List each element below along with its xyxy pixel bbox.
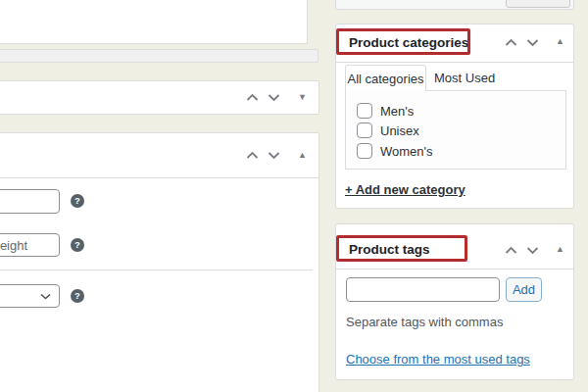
category-term-label[interactable]: Men's (380, 104, 414, 119)
toggle-panel-icon[interactable]: ▼ (298, 93, 307, 102)
order-up-icon[interactable] (246, 93, 259, 102)
editor-status-strip (0, 49, 318, 63)
tags-header-divider (336, 269, 573, 270)
category-term-row: Unisex (357, 122, 419, 139)
tab-all-categories-label: All categories (347, 72, 423, 86)
left-field-3-select[interactable] (0, 284, 60, 308)
left-expanded-panel: ▲ (0, 132, 319, 392)
left-field-2-input[interactable]: leight (0, 233, 60, 257)
section-divider (0, 270, 313, 270)
categories-header-divider (336, 62, 573, 63)
left-expanded-panel-header: ▲ (0, 133, 318, 178)
left-field-2-value: leight (0, 238, 27, 253)
order-down-icon[interactable] (268, 151, 280, 160)
order-down-icon[interactable] (526, 38, 539, 47)
checkbox-mens[interactable] (357, 103, 372, 119)
chevron-down-icon (40, 293, 51, 300)
categories-panel-title: Product categories (349, 35, 468, 50)
help-icon[interactable]: ? (71, 238, 84, 252)
category-term-label[interactable]: Women's (380, 144, 433, 159)
tab-all-categories[interactable]: All categories (345, 65, 426, 91)
order-down-icon[interactable] (268, 93, 280, 102)
tab-most-used-label: Most Used (434, 71, 495, 85)
order-up-icon[interactable] (505, 38, 517, 47)
choose-most-used-tags-link[interactable]: Choose from the most used tags (346, 352, 530, 367)
sidebar-top-partial-button[interactable] (506, 0, 570, 8)
category-term-row: Men's (357, 102, 414, 120)
tags-panel-title: Product tags (349, 242, 430, 257)
toggle-panel-icon[interactable]: ▲ (556, 245, 564, 254)
tags-hint-text: Separate tags with commas (346, 315, 503, 329)
left-field-1-input[interactable] (0, 189, 60, 214)
add-new-category-link[interactable]: + Add new category (345, 182, 466, 197)
toggle-panel-icon[interactable]: ▲ (298, 151, 307, 160)
order-up-icon[interactable] (505, 246, 517, 255)
toggle-panel-icon[interactable]: ▲ (556, 37, 564, 46)
left-collapsed-panel: ▼ (0, 80, 319, 115)
order-up-icon[interactable] (246, 151, 259, 160)
checkbox-womens[interactable] (357, 143, 372, 159)
checkbox-unisex[interactable] (357, 122, 372, 138)
help-icon[interactable]: ? (71, 194, 84, 208)
category-term-row: Women's (357, 142, 433, 160)
add-tag-button[interactable]: Add (506, 277, 542, 302)
new-tag-input[interactable] (346, 277, 500, 302)
category-term-label[interactable]: Unisex (380, 123, 419, 138)
tab-most-used[interactable]: Most Used (434, 71, 495, 85)
editor-content-box (0, 0, 308, 44)
help-icon[interactable]: ? (71, 289, 84, 303)
order-down-icon[interactable] (526, 246, 539, 255)
